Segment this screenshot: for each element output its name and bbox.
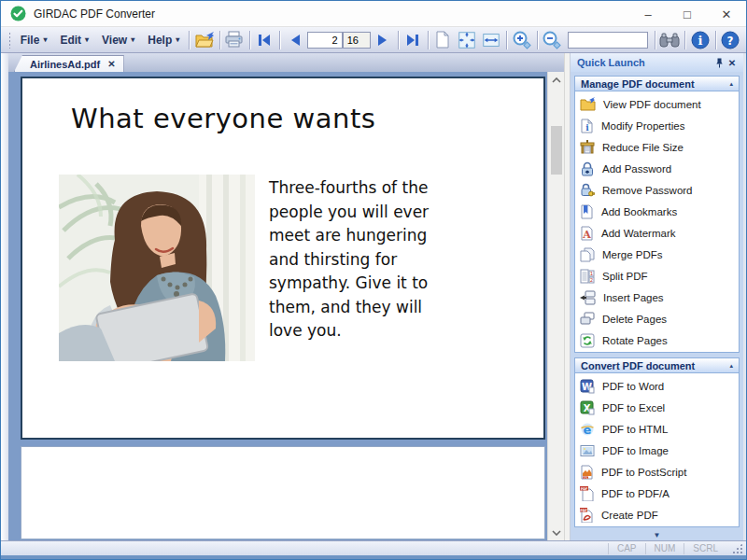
tab-bar: AirlinesAd.pdf ✕: [8, 53, 564, 72]
search-input[interactable]: [568, 32, 648, 49]
panel-close-icon[interactable]: ✕: [726, 58, 739, 68]
menu-edit[interactable]: Edit▾: [53, 31, 95, 49]
chevron-down-icon: ▾: [85, 35, 89, 44]
menu-help[interactable]: Help▾: [141, 31, 186, 49]
panel-scroll-down-arrow[interactable]: ▼: [571, 531, 743, 539]
binoculars-icon: [659, 33, 680, 48]
close-button[interactable]: ✕: [707, 1, 746, 27]
open-file-button[interactable]: [192, 29, 217, 51]
section-header-convert[interactable]: Convert PDF document ▴: [574, 357, 740, 373]
item-create-pdf[interactable]: PDF Create PDF: [575, 504, 739, 525]
item-add-bookmarks[interactable]: Add Bookmarks: [575, 201, 739, 222]
chevron-down-icon: ▾: [131, 35, 134, 44]
svg-text:PDF: PDF: [581, 486, 588, 490]
document-column: AirlinesAd.pdf ✕ What everyone wants: [8, 53, 564, 540]
fit-width-icon: [481, 30, 501, 50]
item-delete-pages[interactable]: Delete Pages: [575, 308, 739, 329]
scrollbar-thumb[interactable]: [551, 126, 562, 175]
panel-splitter[interactable]: [564, 53, 571, 540]
print-button[interactable]: [222, 29, 247, 51]
pdf-to-excel-icon: X: [580, 400, 595, 415]
app-check-icon: [10, 6, 26, 21]
item-pdf-to-image[interactable]: PDF to Image: [575, 440, 739, 461]
svg-text:i: i: [698, 34, 702, 48]
first-page-button[interactable]: [252, 29, 276, 51]
collapse-arrow-icon[interactable]: ▴: [729, 362, 733, 370]
item-reduce-file-size[interactable]: Reduce File Size: [575, 136, 739, 158]
menu-view-label: View: [102, 34, 127, 47]
menu-view[interactable]: View▾: [95, 31, 141, 49]
svg-text:A: A: [582, 228, 591, 240]
previous-page-icon: [289, 33, 302, 48]
item-pdf-to-html[interactable]: e PDF to HTML: [575, 418, 739, 440]
scrollbar-track[interactable]: [548, 88, 564, 525]
maximize-button[interactable]: □: [668, 1, 707, 27]
vertical-scrollbar[interactable]: [547, 72, 564, 540]
fit-width-button[interactable]: [479, 29, 503, 51]
toolbar-grip-handle[interactable]: [8, 32, 10, 49]
scroll-down-button[interactable]: [548, 525, 565, 540]
rotate-pages-icon: [580, 333, 595, 348]
section-header-manage[interactable]: Manage PDF document ▴: [574, 76, 740, 91]
document-body-text: Three-fourths of the people you will eve…: [269, 176, 465, 343]
item-label: Split PDF: [602, 271, 648, 282]
item-label: View PDF document: [603, 99, 701, 110]
svg-text:EPS: EPS: [584, 476, 588, 479]
last-page-button[interactable]: [401, 29, 425, 51]
item-label: PDF to Word: [602, 381, 664, 392]
pin-icon[interactable]: [712, 58, 726, 68]
quick-launch-body: Manage PDF document ▴ View PDF document …: [571, 72, 743, 540]
window-frame-edge: [1, 53, 8, 540]
item-rotate-pages[interactable]: Rotate Pages: [575, 329, 739, 351]
pdf-page-1: What everyone wants: [21, 77, 545, 440]
item-remove-password[interactable]: Remove Password: [575, 179, 739, 201]
item-view-pdf-document[interactable]: View PDF document: [575, 93, 739, 115]
item-pdf-to-word[interactable]: W PDF to Word: [575, 375, 739, 397]
add-watermark-icon: A: [580, 226, 594, 241]
menu-help-label: Help: [148, 34, 172, 47]
quick-launch-title: Quick Launch: [577, 57, 712, 68]
scroll-up-button[interactable]: [548, 72, 565, 88]
zoom-in-button[interactable]: [510, 29, 534, 51]
item-add-watermark[interactable]: A Add Watermark: [575, 222, 739, 244]
item-merge-pdfs[interactable]: Merge PDFs: [575, 244, 739, 265]
current-page-input[interactable]: [307, 32, 343, 49]
collapse-arrow-icon[interactable]: ▴: [729, 80, 733, 88]
menu-edit-label: Edit: [60, 34, 81, 47]
modify-properties-icon: i: [580, 119, 594, 133]
help-button[interactable]: ?: [718, 29, 742, 51]
item-pdf-to-pdfa[interactable]: PDF PDF to PDF/A: [575, 483, 739, 504]
item-pdf-to-excel[interactable]: X PDF to Excel: [575, 397, 739, 418]
item-add-password[interactable]: Add Password: [575, 158, 739, 179]
find-button[interactable]: [657, 29, 682, 51]
document-viewport[interactable]: What everyone wants: [8, 72, 547, 540]
zoom-out-button[interactable]: [540, 29, 564, 51]
next-page-icon: [376, 33, 389, 48]
resize-grip[interactable]: [730, 543, 743, 554]
previous-page-button[interactable]: [283, 29, 307, 51]
item-label: Rotate Pages: [602, 335, 668, 346]
item-split-pdf[interactable]: 12 Split PDF: [575, 265, 739, 287]
tab-label: AirlinesAd.pdf: [30, 59, 100, 70]
add-password-icon: [580, 161, 595, 176]
item-label: Add Watermark: [601, 228, 675, 239]
item-insert-pages[interactable]: Insert Pages: [575, 287, 739, 308]
item-label: PDF to PDF/A: [601, 488, 669, 499]
new-page-button[interactable]: [430, 29, 455, 51]
first-page-icon: [256, 33, 273, 48]
info-button[interactable]: i: [688, 29, 712, 51]
next-page-button[interactable]: [371, 29, 395, 51]
zoom-out-icon: [542, 30, 562, 50]
item-pdf-to-postscript[interactable]: EPS PDF to PostScript: [575, 461, 739, 483]
tab-airlinesad-pdf[interactable]: AirlinesAd.pdf ✕: [14, 55, 124, 72]
fit-page-button[interactable]: [455, 29, 479, 51]
open-folder-icon: [194, 31, 215, 49]
caps-lock-indicator: CAP: [608, 543, 645, 554]
pdf-to-image-icon: [580, 443, 595, 458]
item-modify-properties[interactable]: i Modify Properties: [575, 115, 739, 136]
minimize-button[interactable]: –: [628, 1, 668, 27]
menu-file[interactable]: File▾: [14, 31, 54, 49]
tab-close-icon[interactable]: ✕: [107, 59, 115, 69]
item-label: Modify Properties: [601, 120, 684, 132]
item-label: PDF to HTML: [602, 424, 668, 435]
